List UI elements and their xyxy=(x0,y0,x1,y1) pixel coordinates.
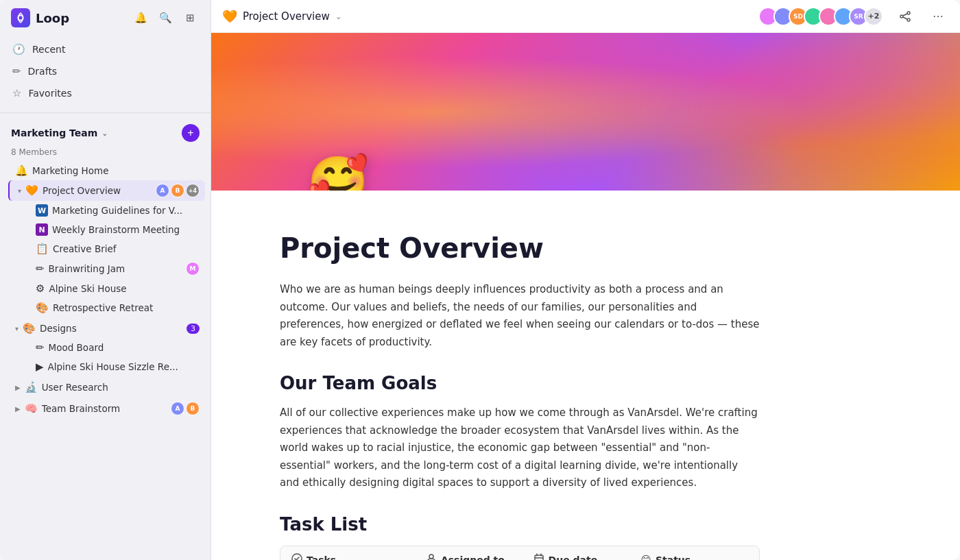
sidebar-item-brainwriting-jam[interactable]: ✏️ Brainwriting Jam M xyxy=(5,258,205,279)
app-logo xyxy=(11,8,30,27)
designs-icon: 🎨 xyxy=(23,322,36,334)
col-assigned-label: Assigned to xyxy=(441,555,505,561)
topbar-avatar-overflow: +2 xyxy=(864,7,883,26)
brainwriting-jam-avatar: M xyxy=(186,262,200,276)
topbar: 🧡 Project Overview ⌄ SD SR +2 ⋯ xyxy=(211,0,960,33)
sidebar-item-recent[interactable]: 🕐 Recent xyxy=(5,38,205,60)
topbar-dropdown-icon[interactable]: ⌄ xyxy=(335,12,342,21)
doc-body: Project Overview Who we are as human bei… xyxy=(211,191,828,560)
svg-point-2 xyxy=(900,15,903,18)
section1-body: All of our collective experiences make u… xyxy=(280,404,760,492)
designs-chevron-icon: ▾ xyxy=(15,325,19,332)
svg-line-4 xyxy=(903,14,907,16)
sidebar-item-retrospective-retreat-label: Retrospective Retreat xyxy=(53,302,200,313)
alpine-ski-sizzle-icon: ▶️ xyxy=(36,361,44,373)
task-table: Tasks Assigned to Due date xyxy=(280,546,760,561)
workspace-members: 8 Members xyxy=(0,147,211,161)
col-assigned: Assigned to xyxy=(426,553,533,561)
sidebar-item-marketing-home[interactable]: 🔔 Marketing Home xyxy=(5,161,205,180)
sidebar-item-user-research[interactable]: ▶ 🔬 User Research xyxy=(5,378,205,397)
project-overview-icon: 🧡 xyxy=(25,184,38,197)
sidebar-item-brainwriting-jam-label: Brainwriting Jam xyxy=(49,263,182,274)
sidebar-item-favorites[interactable]: ☆ Favorites xyxy=(5,82,205,104)
sidebar-item-creative-brief-label: Creative Brief xyxy=(53,243,200,254)
sidebar-item-alpine-ski-sizzle[interactable]: ▶️ Alpine Ski House Sizzle Re... xyxy=(5,357,205,376)
notification-button[interactable]: 🔔 xyxy=(131,8,150,27)
retrospective-retreat-icon: 🎨 xyxy=(36,302,49,314)
workspace-title: Marketing Team xyxy=(11,127,97,138)
col-due: Due date xyxy=(533,553,641,561)
topbar-avatars: SD SR +2 xyxy=(763,7,883,26)
sidebar-item-drafts[interactable]: ✏️ Drafts xyxy=(5,60,205,82)
sidebar-divider xyxy=(0,112,211,113)
sidebar-item-retrospective-retreat[interactable]: 🎨 Retrospective Retreat xyxy=(5,298,205,317)
hero-emoji: 🥰 xyxy=(307,153,369,191)
sidebar-nav: 🕐 Recent ✏️ Drafts ☆ Favorites xyxy=(0,36,211,107)
section1-heading: Our Team Goals xyxy=(280,373,760,393)
sidebar-item-user-research-label: User Research xyxy=(42,382,200,393)
sidebar-item-alpine-ski-house[interactable]: ⚙️ Alpine Ski House xyxy=(5,279,205,298)
sidebar-item-weekly-brainstorm[interactable]: N Weekly Brainstorm Meeting xyxy=(5,220,205,239)
search-button[interactable]: 🔍 xyxy=(156,8,175,27)
svg-point-3 xyxy=(907,19,910,21)
sidebar-item-marketing-guidelines-label: Marketing Guidelines for V... xyxy=(52,205,200,216)
topbar-title: Project Overview xyxy=(243,10,330,23)
main-content: 🧡 Project Overview ⌄ SD SR +2 ⋯ 🥰 Projec… xyxy=(211,0,960,560)
col-due-label: Due date xyxy=(549,555,598,561)
app-title: Loop xyxy=(36,11,69,25)
workspace-header: Marketing Team ⌄ + xyxy=(0,119,211,147)
user-research-chevron-icon: ▶ xyxy=(15,384,21,391)
share-button[interactable] xyxy=(894,5,916,27)
col-status-label: Status xyxy=(656,555,691,561)
sidebar-item-marketing-guidelines[interactable]: W Marketing Guidelines for V... xyxy=(5,201,205,220)
sidebar-item-creative-brief[interactable]: 📋 Creative Brief xyxy=(5,239,205,258)
drafts-icon: ✏️ xyxy=(12,65,21,77)
team-brainstorm-chevron-icon: ▶ xyxy=(15,405,21,413)
team-brainstorm-icon: 🧠 xyxy=(25,402,38,415)
sidebar-item-drafts-label: Drafts xyxy=(28,66,58,77)
team-brainstorm-avatars: A B xyxy=(171,402,200,415)
svg-line-5 xyxy=(903,17,907,19)
more-options-button[interactable]: ⋯ xyxy=(927,5,949,27)
workspace-chevron-icon[interactable]: ⌄ xyxy=(101,129,108,138)
sidebar-item-alpine-ski-house-label: Alpine Ski House xyxy=(49,283,200,294)
sidebar-item-favorites-label: Favorites xyxy=(28,88,71,99)
workspace-add-button[interactable]: + xyxy=(182,124,200,142)
sidebar-header-icons: 🔔 🔍 ⊞ xyxy=(131,8,200,27)
col-status: 😊 Status xyxy=(640,553,748,561)
sidebar: Loop 🔔 🔍 ⊞ 🕐 Recent ✏️ Drafts ☆ Favorite… xyxy=(0,0,211,560)
avatar-1: A xyxy=(156,184,169,197)
sidebar-item-team-brainstorm[interactable]: ▶ 🧠 Team Brainstorm A B xyxy=(5,398,205,419)
grid-button[interactable]: ⊞ xyxy=(180,8,200,27)
due-col-icon xyxy=(533,553,544,561)
word-icon: W xyxy=(36,204,48,217)
favorites-icon: ☆ xyxy=(12,87,21,99)
sidebar-item-designs[interactable]: ▾ 🎨 Designs 3 xyxy=(5,319,205,338)
avatar-overflow: +4 xyxy=(186,184,200,197)
sidebar-item-project-overview[interactable]: ▾ 🧡 Project Overview A B +4 xyxy=(8,180,205,201)
sidebar-item-mood-board[interactable]: ✏️ Mood Board xyxy=(5,338,205,357)
mood-board-icon: ✏️ xyxy=(36,341,45,354)
project-overview-avatars: A B +4 xyxy=(156,184,200,197)
sidebar-item-marketing-home-label: Marketing Home xyxy=(32,165,200,176)
tasks-col-icon xyxy=(291,553,302,561)
assigned-col-icon xyxy=(426,553,437,561)
page-content: 🥰 Project Overview Who we are as human b… xyxy=(211,33,960,560)
onenote-icon: N xyxy=(36,223,48,236)
task-table-header: Tasks Assigned to Due date xyxy=(280,546,759,561)
recent-icon: 🕐 xyxy=(12,43,25,56)
page-title: Project Overview xyxy=(280,232,760,265)
sidebar-item-alpine-ski-sizzle-label: Alpine Ski House Sizzle Re... xyxy=(48,361,200,372)
user-research-icon: 🔬 xyxy=(25,381,38,393)
team-brainstorm-avatar-1: A xyxy=(171,402,184,415)
sidebar-tree: 🔔 Marketing Home ▾ 🧡 Project Overview A … xyxy=(0,161,211,419)
sidebar-header: Loop 🔔 🔍 ⊞ xyxy=(0,0,211,36)
sidebar-item-project-overview-label: Project Overview xyxy=(43,185,152,196)
section2-heading: Task List xyxy=(280,514,760,535)
avatar-2: B xyxy=(171,184,184,197)
creative-brief-icon: 📋 xyxy=(36,243,49,255)
marketing-home-icon: 🔔 xyxy=(15,165,28,177)
sidebar-item-weekly-brainstorm-label: Weekly Brainstorm Meeting xyxy=(52,224,200,235)
col-tasks: Tasks xyxy=(291,553,426,561)
svg-point-1 xyxy=(907,12,910,14)
